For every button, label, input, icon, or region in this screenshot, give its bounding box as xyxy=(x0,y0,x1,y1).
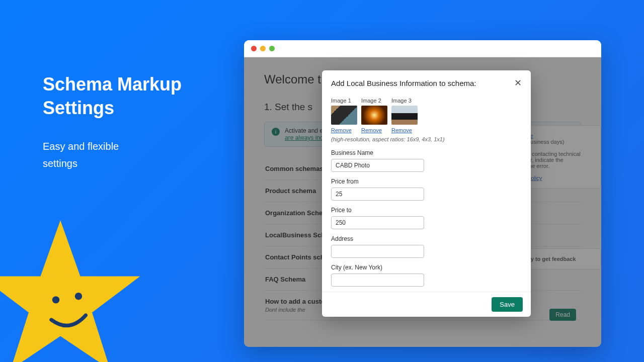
promo-title: Schema Markup Settings xyxy=(43,73,182,120)
svg-marker-0 xyxy=(0,220,140,362)
modal-title: Add Local Business Information to schema… xyxy=(331,79,476,87)
save-button[interactable]: Save xyxy=(492,297,523,312)
remove-image-3[interactable]: Remove xyxy=(391,127,412,133)
address-input[interactable] xyxy=(331,245,424,258)
image-thumbnail-3[interactable] xyxy=(391,106,418,125)
modal-footer: Save xyxy=(322,292,531,317)
svg-point-1 xyxy=(52,296,59,303)
close-window-icon[interactable] xyxy=(251,46,257,51)
image-uploads: Image 1 Remove Image 2 Remove Image 3 Re… xyxy=(331,98,522,133)
price-to-label: Price to xyxy=(331,207,522,214)
business-name-label: Business Name xyxy=(331,149,522,156)
business-name-input[interactable] xyxy=(331,159,424,172)
star-mascot-icon xyxy=(0,211,151,362)
image-thumbnail-2[interactable] xyxy=(361,106,387,125)
remove-image-1[interactable]: Remove xyxy=(331,127,352,133)
promo-subtitle: Easy and flexible settings xyxy=(43,138,182,172)
modal-header: Add Local Business Information to schema… xyxy=(322,70,531,96)
maximize-window-icon[interactable] xyxy=(269,46,275,51)
image-thumbnail-1[interactable] xyxy=(331,106,357,125)
price-to-input[interactable] xyxy=(331,216,424,229)
traffic-lights[interactable] xyxy=(251,46,275,51)
image-hint: (high-resolution, aspect ratios: 16x9, 4… xyxy=(331,136,522,142)
close-icon[interactable]: ✕ xyxy=(514,77,522,88)
price-from-label: Price from xyxy=(331,178,522,185)
price-from-input[interactable] xyxy=(331,188,424,201)
svg-point-2 xyxy=(75,293,82,300)
minimize-window-icon[interactable] xyxy=(260,46,266,51)
promo-text: Schema Markup Settings Easy and flexible… xyxy=(43,73,182,172)
window-titlebar xyxy=(244,40,601,57)
city-input[interactable] xyxy=(331,274,424,287)
city-label: City (ex. New York) xyxy=(331,264,522,271)
local-business-modal: Add Local Business Information to schema… xyxy=(322,70,531,317)
modal-body[interactable]: Image 1 Remove Image 2 Remove Image 3 Re… xyxy=(322,96,531,292)
remove-image-2[interactable]: Remove xyxy=(361,127,382,133)
address-label: Address xyxy=(331,235,522,242)
